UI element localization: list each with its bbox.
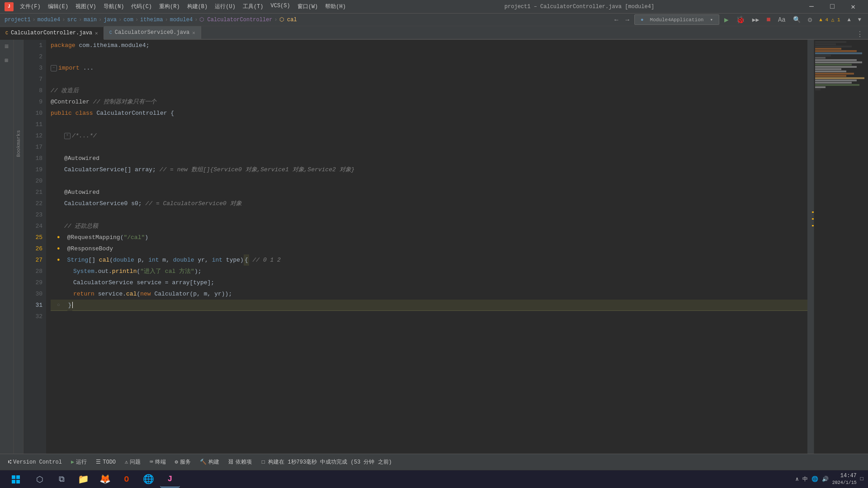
run-config-dropdown[interactable]: ● Module4Application ▾ [634,14,719,25]
settings-icon[interactable]: ⚙ [806,14,815,25]
taskbar-office[interactable]: O [117,471,137,488]
bc-module4[interactable]: module4 [170,17,193,23]
tray-up-icon[interactable]: ∧ [796,476,799,483]
tray-lang[interactable]: 中 [802,475,808,483]
code-line-18: @Autowired [51,153,807,164]
tab-calculator-service[interactable]: C CalculatorService0.java ✕ [104,26,201,39]
dependencies-btn[interactable]: ⛓ 依赖项 [225,457,255,467]
scroll-up[interactable]: ▲ [845,16,853,24]
problems-btn[interactable]: ⚠ 问题 [121,457,144,467]
close-button[interactable]: ✕ [843,0,863,14]
scroll-down[interactable]: ▼ [856,16,863,24]
code-line-27: ● String[] cal( double p, int m, double … [51,254,807,266]
search-icon[interactable]: 🔍 [791,15,803,24]
forward-icon[interactable]: → [623,15,632,24]
menu-refactor[interactable]: 重构(R) [156,2,183,11]
build-icon-sm: □ [262,459,265,465]
code-line-3: − import ... [51,62,807,74]
code-line-11 [51,119,807,130]
taskbar-search[interactable]: ⬡ [30,471,50,488]
menu-view[interactable]: 视图(V) [73,2,99,11]
taskbar-multitask[interactable]: ⧉ [52,471,71,488]
structure-icon[interactable]: ⊞ [2,56,12,66]
code-line-19: CalculatorService[] array; // = new 数组[]… [51,164,807,175]
tab-overflow[interactable]: ⋮ [852,30,868,39]
debug-button[interactable]: 🐞 [734,14,747,25]
menu-help[interactable]: 帮助(H) [322,2,349,11]
todo-btn[interactable]: ☰ TODO [92,457,119,467]
services-btn[interactable]: ⚙ 服务 [171,457,194,467]
line-num-19: 19 [24,164,42,175]
line-num-12: 12 [24,130,42,141]
minimize-button[interactable]: ─ [801,0,822,14]
tab-close-2[interactable]: ✕ [192,30,195,36]
bc-itheima[interactable]: itheima [140,17,163,23]
run-btn[interactable]: ▶ 运行 [67,457,90,467]
menu-vcs[interactable]: VCS(S) [268,2,292,11]
line-num-17: 17 [24,141,42,153]
bc-method[interactable]: ⬡ cal [279,16,297,23]
menu-tools[interactable]: 工具(T) [240,2,266,11]
menu-run[interactable]: 运行(U) [212,2,238,11]
tab-icon-2: C [109,30,112,35]
version-control-btn[interactable]: ⑆ Version Control [5,458,66,467]
menu-code[interactable]: 代码(C) [128,2,155,11]
line-num-21: 21 [24,187,42,198]
translate-icon[interactable]: Aa [776,15,788,24]
build-btn[interactable]: 🔨 构建 [196,457,223,467]
bookmarks-label[interactable]: Bookmarks [16,130,21,157]
vc-label: Version Control [13,459,62,465]
code-lines[interactable]: package com.itheima.module4; − import ..… [46,40,807,454]
deps-icon: ⛓ [228,459,234,465]
code-line-31: ○ } [51,300,807,311]
code-line-8: // 改造后 [51,85,807,96]
build-icon: 🔨 [200,459,207,465]
bc-project[interactable]: project1 [5,17,31,23]
bc-class[interactable]: ⬡ CalculatorController [199,16,272,23]
line-num-26: 26 [24,243,42,254]
code-line-12: + /*...*/ [51,130,807,141]
network-icon[interactable]: 🌐 [811,476,818,483]
fold-comment[interactable]: + [64,133,71,139]
notification-icon[interactable]: □ [860,476,863,482]
window-controls[interactable]: ─ □ ✕ [801,0,863,14]
run-icon: ▶ [71,459,74,465]
build-label: 构建 [208,458,219,466]
run-button[interactable]: ▶ [722,14,731,25]
bc-main[interactable]: main [84,17,97,23]
start-button[interactable] [5,472,27,487]
bottom-toolbar: ⑆ Version Control ▶ 运行 ☰ TODO ⚠ 问题 ⌨ 终端 … [0,454,868,470]
bc-module[interactable]: module4 [38,17,60,23]
code-line-9: @Controller // 控制器对象只有一个 [51,96,807,108]
code-line-28: System.out. println("进入了 cal 方法"); [51,266,807,277]
run-with-coverage[interactable]: ▶▶ [750,15,762,24]
line-num-3: 3 [24,62,42,74]
scroll-gutter [807,40,814,454]
menu-bar[interactable]: 文件(F) 编辑(E) 视图(V) 导航(N) 代码(C) 重构(R) 构建(B… [17,2,349,11]
taskbar-firefox[interactable]: 🦊 [95,471,115,488]
back-icon[interactable]: ← [612,15,620,24]
terminal-btn[interactable]: ⌨ 终端 [146,457,169,467]
fold-import[interactable]: − [51,65,57,71]
taskbar-explorer[interactable]: 📁 [73,471,93,488]
project-icon[interactable]: ≡ [2,42,12,52]
menu-build[interactable]: 构建(B) [184,2,211,11]
stop-button[interactable]: ■ [764,15,773,25]
maximize-button[interactable]: □ [822,0,843,14]
bc-com[interactable]: com [123,17,133,23]
code-editor[interactable]: 1 2 3 7 8 9 10 11 12 17 18 19 20 21 22 2… [24,40,868,454]
menu-navigate[interactable]: 导航(N) [101,2,127,11]
menu-file[interactable]: 文件(F) [17,2,43,11]
tab-calculator-controller[interactable]: C CalculatorController.java ✕ [0,27,104,40]
taskbar-edge[interactable]: 🌐 [138,471,158,488]
tab-close-1[interactable]: ✕ [95,30,98,36]
code-line-24: // 还款总额 [51,221,807,232]
taskbar-intellij[interactable]: J [160,471,180,488]
menu-edit[interactable]: 编辑(E) [45,2,71,11]
line-num-23: 23 [24,209,42,221]
code-line-7 [51,74,807,85]
bc-java[interactable]: java [104,17,117,23]
volume-icon[interactable]: 🔊 [822,476,829,483]
menu-window[interactable]: 窗口(W) [295,2,321,11]
bc-src[interactable]: src [67,17,77,23]
